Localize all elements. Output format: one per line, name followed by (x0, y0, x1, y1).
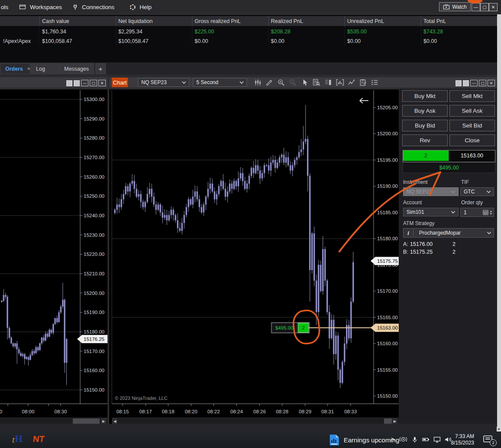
price-axis-label: 15290.00 (84, 116, 104, 121)
minimize-button[interactable]: — (470, 80, 478, 86)
clipboard-icon[interactable] (358, 78, 369, 87)
taskbar-clock[interactable]: 7:33 AM 8/15/2023 (451, 433, 474, 446)
price-axis-label: 15260.00 (84, 174, 104, 180)
left-chart-window[interactable]: 15300.0015290.0015280.0015270.0015260.00… (0, 89, 107, 424)
spinner-down-icon[interactable]: ▼ (490, 213, 492, 215)
scrollbar-right-arrow[interactable]: ▶ (392, 419, 397, 424)
tab-messages[interactable]: Messages (59, 63, 94, 74)
panel-icon[interactable] (322, 78, 334, 87)
maximize-button[interactable]: ▢ (90, 80, 97, 86)
list-icon[interactable] (369, 78, 381, 87)
microphone-icon[interactable] (412, 436, 418, 443)
sell-bid-button[interactable]: Sell Bid (449, 120, 495, 131)
quantity-stepper[interactable]: 1▲▼ (460, 208, 494, 217)
time-axis-label: 08:33 (345, 409, 357, 414)
menu-item-help[interactable]: Help (129, 0, 152, 14)
chevron-down-icon (451, 190, 455, 193)
column-header[interactable] (0, 16, 40, 26)
notification-center-button[interactable]: 2 (483, 435, 495, 445)
column-header[interactable]: Total PnL (421, 16, 497, 26)
scrollbar-left-arrow[interactable]: ◀ (112, 419, 117, 424)
candles-icon[interactable] (252, 78, 264, 87)
sell-ask-button[interactable]: Sell Ask (449, 105, 495, 117)
back-arrow-icon[interactable] (360, 98, 368, 103)
chart-window-icon[interactable] (334, 78, 345, 87)
column-header[interactable]: Realized PnL (269, 16, 345, 26)
time-axis-label: 08:20 (185, 409, 198, 414)
account-cell: $2,295.34 (116, 27, 192, 36)
minimize-button[interactable]: — (472, 3, 480, 11)
buy-mkt-button[interactable]: Buy Mkt (402, 90, 448, 102)
interval-link-box[interactable] (463, 80, 469, 86)
chevron-down-icon (487, 232, 491, 235)
polyline-icon[interactable] (346, 78, 357, 87)
chevron-up-icon[interactable] (389, 436, 396, 442)
webcam-icon[interactable] (400, 436, 407, 443)
column-header[interactable]: Net liquidation (116, 16, 192, 26)
close-button[interactable]: ✕ (98, 80, 106, 86)
menu-item-tools-partial[interactable]: ols (1, 0, 8, 14)
taskbar-app-ninjatrader[interactable]: NT (33, 434, 46, 445)
position-avg-price: 15163.00 (449, 150, 495, 161)
info-icon[interactable]: i (403, 230, 413, 236)
minimize-button[interactable]: — (81, 80, 88, 86)
menu-item-workspaces[interactable]: Workspaces (19, 0, 62, 14)
tab-orders[interactable]: Orders✕ (0, 63, 30, 74)
instrument-link-box[interactable] (455, 80, 462, 86)
interval-dropdown[interactable]: 5 Second (193, 78, 247, 87)
tab-label: Log (36, 66, 45, 72)
taskbar-app-tos[interactable]: Ht (12, 433, 25, 446)
cursor-icon[interactable] (299, 78, 310, 87)
ninjatrader-icon: NT (33, 434, 45, 444)
zoom-in-icon[interactable] (276, 78, 287, 87)
position-qty: 2 (403, 150, 449, 161)
sell-mkt-button[interactable]: Sell Mkt (449, 90, 495, 102)
menu-item-connections[interactable]: Connections (72, 0, 114, 14)
calculator-icon[interactable] (483, 210, 488, 215)
scrollbar-down-arrow[interactable] (497, 427, 501, 432)
column-header[interactable]: Gross realized PnL (192, 16, 269, 26)
buy-bid-button[interactable]: Buy Bid (402, 120, 448, 131)
maximize-button[interactable]: ▢ (480, 3, 489, 11)
scrollbar-right-arrow[interactable]: ▶ (101, 419, 106, 424)
column-header[interactable]: Cash value (40, 16, 116, 26)
pencil-icon[interactable] (264, 78, 275, 87)
maximize-button[interactable]: ▢ (479, 80, 486, 86)
price-axis-label: 15150.00 (377, 393, 398, 399)
account-select[interactable]: Sim101 (403, 208, 459, 216)
zoom-out-icon[interactable] (287, 78, 299, 87)
tab-log[interactable]: Log (31, 63, 59, 74)
doc-search-icon[interactable] (311, 78, 322, 87)
instrument-link-box[interactable] (66, 80, 72, 86)
instrument-select[interactable]: NQ SEP23 (403, 187, 459, 196)
price-marker-label: 15176.25 (84, 337, 104, 342)
chart-canvas[interactable]: 15205.0015200.0015195.0015190.0015185.00… (109, 89, 399, 424)
watch-button[interactable]: Watch (439, 2, 471, 11)
close-button[interactable]: ✕ (489, 3, 498, 11)
tif-select-value: GTC (464, 189, 475, 195)
help-icon (129, 4, 136, 10)
price-axis-label: 15200.00 (377, 131, 398, 136)
column-header[interactable]: Unrealized PnL (345, 16, 421, 26)
qty-spinner[interactable]: ▲▼ (490, 210, 492, 215)
interval-link-box[interactable] (74, 80, 80, 86)
battery-icon[interactable] (422, 436, 429, 442)
price-axis-label: 15230.00 (84, 232, 104, 238)
window-vertical-scrollbar[interactable] (497, 14, 501, 427)
account-cell: $0.00 (269, 36, 345, 46)
rev-button[interactable]: Rev (402, 134, 448, 146)
close-button[interactable]: Close (449, 134, 495, 146)
buy-ask-button[interactable]: Buy Ask (402, 105, 448, 117)
left-chart-canvas[interactable]: 15300.0015290.0015280.0015270.0015260.00… (0, 89, 107, 424)
display-icon[interactable] (433, 436, 441, 443)
tif-select[interactable]: GTC (460, 187, 494, 196)
chart-tab[interactable]: Chart (112, 78, 128, 87)
atm-strategy-select[interactable]: iProchargedMopar (403, 228, 494, 238)
scrollbar-thumb[interactable] (73, 419, 100, 424)
scrollbar-thumb[interactable] (384, 419, 392, 424)
instrument-dropdown[interactable]: NQ SEP23 (138, 78, 189, 87)
add-tab-button[interactable]: + (95, 63, 106, 74)
account-row-label (1, 27, 39, 36)
close-button[interactable]: ✕ (488, 80, 495, 86)
close-tab-icon[interactable]: ✕ (27, 66, 30, 71)
